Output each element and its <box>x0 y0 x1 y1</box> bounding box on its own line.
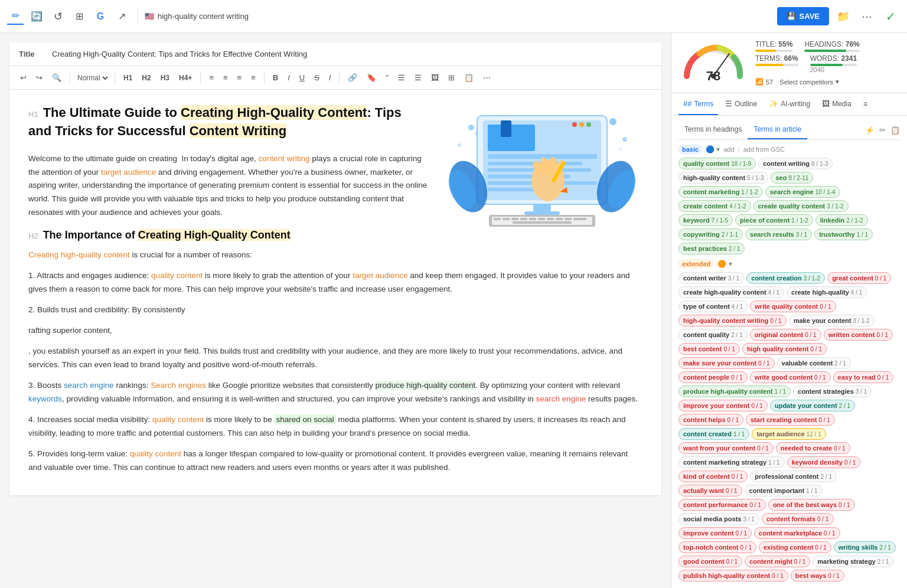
tag-good-content[interactable]: good content 0 / 1 <box>678 556 742 567</box>
tag-content-important[interactable]: content important 1 / 1 <box>745 485 823 496</box>
tag-high-quality-content[interactable]: high-quality content 5 / 1-3 <box>678 172 768 184</box>
tag-improve-your-content[interactable]: improve your content 0 / 1 <box>678 400 768 411</box>
tag-social-media-posts[interactable]: social media posts 3 / 1 <box>678 513 759 525</box>
image-button[interactable]: 🖼 <box>428 71 442 84</box>
refresh-icon[interactable]: 🔄 <box>28 8 45 25</box>
format-select[interactable]: Normal <box>75 73 110 83</box>
share-icon[interactable]: ↗ <box>113 8 130 25</box>
bookmark-button[interactable]: 🔖 <box>363 71 380 84</box>
tag-create-high-quality-content[interactable]: create high-quality content 4 / 1 <box>678 286 784 298</box>
tag-great-content[interactable]: great content 0 / 1 <box>827 272 891 284</box>
tag-create-content[interactable]: create content 4 / 1-2 <box>678 200 751 212</box>
strikethrough-button[interactable]: S <box>311 71 323 84</box>
tag-quality-content[interactable]: quality content 18 / 1-9 <box>678 158 756 169</box>
tag-write-quality-content[interactable]: write quality content 0 / 1 <box>750 300 836 312</box>
tag-original-content[interactable]: original content 0 / 1 <box>750 329 821 341</box>
tag-high-quality-content2[interactable]: high quality content 0 / 1 <box>742 343 827 355</box>
tag-best-content[interactable]: best content 0 / 1 <box>678 343 740 355</box>
copy2-icon[interactable]: 📋 <box>890 126 900 135</box>
italic2-button[interactable]: I <box>325 71 335 84</box>
tag-produce-high-quality-content[interactable]: produce high-quality content 1 / 1 <box>678 386 791 397</box>
tag-search-results[interactable]: search results 3 / 1 <box>745 228 812 240</box>
tab-terms[interactable]: ## Terms <box>678 93 718 115</box>
tag-want-from-your-content[interactable]: want from your content 0 / 1 <box>678 442 774 454</box>
subtab-terms-in-article[interactable]: Terms in article <box>748 120 807 139</box>
copy-button[interactable]: 📋 <box>461 71 477 84</box>
tag-best-practices[interactable]: best practices 2 / 1 <box>678 243 745 254</box>
h2-button[interactable]: H2 <box>138 71 154 84</box>
tag-writing-skills[interactable]: writing skills 2 / 1 <box>834 541 896 553</box>
tag-content-strategies[interactable]: content strategies 3 / 1 <box>793 386 872 397</box>
tag-content-marketplace[interactable]: content marketplace 0 / 1 <box>754 527 840 539</box>
select-competitors-btn[interactable]: 📶 57 Select competitors ▾ <box>755 78 898 86</box>
tag-make-sure-your-content[interactable]: make sure your content 0 / 1 <box>678 357 775 369</box>
align-center-button[interactable]: ≡ <box>220 71 231 84</box>
history-icon[interactable]: ↺ <box>50 8 66 25</box>
table-button[interactable]: ⊞ <box>445 71 458 84</box>
tag-content-quality[interactable]: content quality 2 / 1 <box>678 329 748 341</box>
list-button[interactable]: ☰ <box>394 71 409 84</box>
tag-content-helps[interactable]: content helps 0 / 1 <box>678 414 743 426</box>
tag-content-writer[interactable]: content writer 3 / 1 <box>678 272 744 284</box>
tab-ai-writing[interactable]: ✨ AI-writing <box>764 93 815 115</box>
tag-easy-to-read[interactable]: easy to read 0 / 1 <box>833 371 894 383</box>
undo-button[interactable]: ↩ <box>17 71 30 84</box>
tag-publish-high-quality-content[interactable]: publish high-quality content 0 / 1 <box>678 570 788 582</box>
edit-icon[interactable]: ✏ <box>879 126 886 135</box>
search-button[interactable]: 🔍 <box>48 71 65 84</box>
tag-top-notch-content[interactable]: top-notch content 0 / 1 <box>678 541 756 553</box>
tag-start-creating-content[interactable]: start creating content 0 / 1 <box>746 414 835 426</box>
tag-content-created[interactable]: content created 1 / 1 <box>678 428 749 440</box>
filter-icon[interactable]: ⚡ <box>865 126 875 135</box>
tag-trustworthy[interactable]: trustworthy 1 / 1 <box>814 228 873 240</box>
tag-needed-to-create[interactable]: needed to create 0 / 1 <box>776 442 850 454</box>
tag-piece-of-content[interactable]: piece of content 1 / 1-2 <box>735 214 813 226</box>
tag-marketing-strategy[interactable]: marketing strategy 2 / 1 <box>813 556 893 567</box>
tag-content-people[interactable]: content people 0 / 1 <box>678 371 748 383</box>
align-left-button[interactable]: ≡ <box>205 71 217 84</box>
tag-content-performance[interactable]: content performance 0 / 1 <box>678 499 766 511</box>
redo-button[interactable]: ↪ <box>32 71 46 84</box>
align-right-button[interactable]: ≡ <box>234 71 246 84</box>
align-justify-button[interactable]: ≡ <box>247 71 259 84</box>
h3-button[interactable]: H3 <box>157 71 173 84</box>
tag-one-of-the-best-ways[interactable]: one of the best ways 0 / 1 <box>768 499 855 511</box>
tag-type-of-content[interactable]: type of content 4 / 1 <box>678 300 748 312</box>
tag-search-engine[interactable]: search engine 10 / 1-4 <box>765 186 840 198</box>
tag-professional-content[interactable]: professional content 2 / 1 <box>750 471 837 482</box>
tag-existing-content[interactable]: existing content 0 / 1 <box>759 541 831 553</box>
tag-content-marketing-strategy[interactable]: content marketing strategy 1 / 1 <box>678 456 785 468</box>
tag-write-good-content[interactable]: write good content 0 / 1 <box>750 371 831 383</box>
grid-icon[interactable]: ⊞ <box>71 8 87 25</box>
tag-high-quality-content-writing[interactable]: high-quality content writing 0 / 1 <box>678 315 787 326</box>
title-value[interactable]: Creating High-Quality Content: Tips and … <box>52 50 307 58</box>
save-button[interactable]: 💾 SAVE <box>777 7 829 25</box>
more-icon[interactable]: ⋯ <box>857 7 876 26</box>
h4-button[interactable]: H4+ <box>175 71 195 84</box>
more-button[interactable]: ⋯ <box>479 71 494 84</box>
tag-seo[interactable]: seo 8 / 2-11 <box>771 172 813 184</box>
folder-icon[interactable]: 📁 <box>834 7 853 26</box>
tab-media[interactable]: 🖼 Media <box>817 93 856 115</box>
tag-valuable-content[interactable]: valuable content 2 / 1 <box>777 357 851 369</box>
underline-button[interactable]: U <box>296 71 308 84</box>
h1-button[interactable]: H1 <box>120 71 136 84</box>
quote-button[interactable]: " <box>382 71 392 84</box>
tag-linkedin[interactable]: linkedin 2 / 1-2 <box>815 214 868 226</box>
tag-copywriting[interactable]: copywriting 2 / 1-1 <box>678 228 743 240</box>
tag-best-ways[interactable]: best ways 0 / 1 <box>791 570 844 582</box>
add-from-gsc-link[interactable]: add from GSC <box>743 146 785 153</box>
tag-create-high-quality[interactable]: create high-quality 4 / 1 <box>787 286 867 298</box>
add-link[interactable]: add <box>723 146 734 153</box>
tag-content-writing[interactable]: content writing 8 / 1-3 <box>758 158 833 169</box>
subtab-terms-in-headings[interactable]: Terms in headings <box>678 120 748 139</box>
italic-button[interactable]: I <box>284 71 293 84</box>
check-icon[interactable]: ✓ <box>881 7 900 26</box>
tag-content-creation[interactable]: content creation 3 / 1-2 <box>746 272 825 284</box>
tag-update-your-content[interactable]: update your content 2 / 1 <box>770 400 855 411</box>
pen-icon[interactable]: ✏ <box>7 8 24 25</box>
google-icon[interactable]: G <box>92 8 109 25</box>
tag-content-might[interactable]: content might 0 / 1 <box>745 556 810 567</box>
tag-make-your-content[interactable]: make your content 3 / 1-2 <box>789 315 875 326</box>
content-body[interactable]: + + + <box>9 90 661 495</box>
